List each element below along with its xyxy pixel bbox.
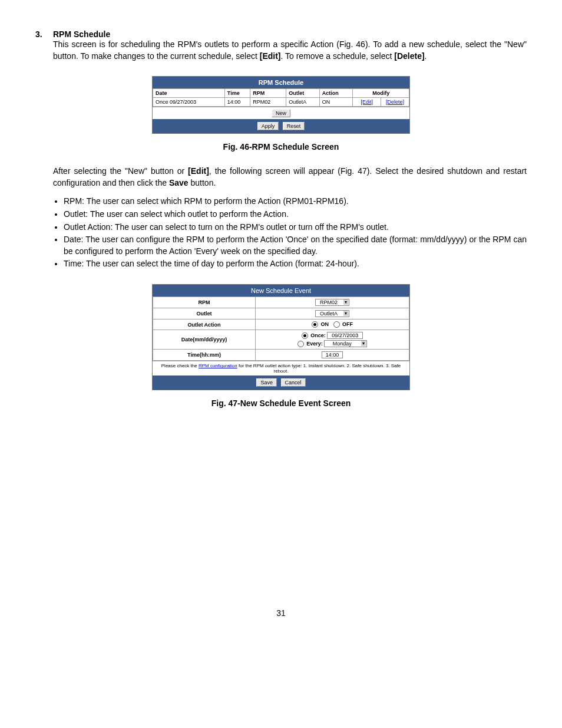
delete-link[interactable]: [Delete] (381, 98, 409, 107)
off-label: OFF (342, 321, 353, 327)
page-number: 31 (35, 608, 527, 618)
note-text: Please check the RPM configuration for t… (153, 361, 409, 375)
panel-title: RPM Schedule (153, 77, 409, 88)
heading-number: 3. (35, 29, 53, 39)
list-item: Time: The user can select the time of da… (64, 258, 527, 270)
edit-link[interactable]: [Edit] (353, 98, 381, 107)
schedule-table: Date Time RPM Outlet Action Modify Once … (153, 88, 409, 107)
bullet-list: RPM: The user can select which RPM to pe… (64, 196, 527, 270)
once-label: Once: (310, 332, 326, 338)
cancel-button[interactable]: Cancel (281, 378, 306, 387)
label-rpm: RPM (153, 297, 256, 308)
label-time: Time(hh:mm) (153, 350, 256, 361)
rpm-config-link[interactable]: RPM configuration (199, 363, 237, 368)
cell-rpm: RPM02 (250, 98, 286, 107)
new-button[interactable]: New (272, 109, 290, 117)
col-outlet: Outlet (286, 89, 320, 98)
cell-date: Once 09/27/2003 (153, 98, 225, 107)
list-item: Date: The user can configure the RPM to … (64, 234, 527, 257)
new-schedule-panel: New Schedule Event RPM RPM02 Outlet Outl… (152, 284, 410, 390)
time-input[interactable]: 14:00 (322, 351, 343, 358)
outlet-select[interactable]: OutletA (315, 310, 349, 317)
panel-title: New Schedule Event (153, 285, 409, 297)
label-outlet: Outlet (153, 308, 256, 319)
reset-button[interactable]: Reset (283, 122, 305, 130)
col-date: Date (153, 89, 225, 98)
every-day-select[interactable]: Monday (324, 340, 367, 347)
radio-once[interactable] (302, 332, 308, 339)
table-row: Once 09/27/2003 14:00 RPM02 OutletA ON [… (153, 98, 409, 107)
apply-button[interactable]: Apply (257, 122, 279, 130)
figure-46-caption: Fig. 46-RPM Schedule Screen (35, 142, 527, 151)
figure-46: RPM Schedule Date Time RPM Outlet Action… (35, 76, 527, 134)
label-outlet-action: Outlet Action (153, 319, 256, 330)
cell-outlet: OutletA (286, 98, 320, 107)
radio-off[interactable] (333, 321, 340, 328)
cell-action: ON (319, 98, 353, 107)
section-heading: 3. RPM Schedule (35, 29, 527, 39)
every-label: Every: (306, 341, 323, 347)
second-paragraph: After selecting the "New" button or [Edi… (53, 166, 527, 189)
on-label: ON (320, 321, 329, 327)
figure-47-caption: Fig. 47-New Schedule Event Screen (35, 398, 527, 408)
radio-on[interactable] (312, 321, 318, 328)
rpm-schedule-panel: RPM Schedule Date Time RPM Outlet Action… (152, 76, 410, 134)
heading-title: RPM Schedule (53, 29, 110, 39)
intro-paragraph: This screen is for scheduling the RPM's … (53, 39, 527, 62)
figure-47: New Schedule Event RPM RPM02 Outlet Outl… (35, 284, 527, 390)
once-date-input[interactable]: 09/27/2003 (327, 332, 363, 339)
save-button[interactable]: Save (256, 378, 277, 387)
col-time: Time (224, 89, 250, 98)
cell-time: 14:00 (224, 98, 250, 107)
col-rpm: RPM (250, 89, 286, 98)
list-item: RPM: The user can select which RPM to pe… (64, 196, 527, 207)
label-date: Date(mm/dd/yyyy) (153, 330, 256, 350)
col-action: Action (319, 89, 353, 98)
list-item: Outlet: The user can select which outlet… (64, 209, 527, 220)
col-modify: Modify (353, 89, 409, 98)
list-item: Outlet Action: The user can select to tu… (64, 222, 527, 233)
radio-every[interactable] (297, 341, 304, 347)
rpm-select[interactable]: RPM02 (315, 299, 349, 306)
